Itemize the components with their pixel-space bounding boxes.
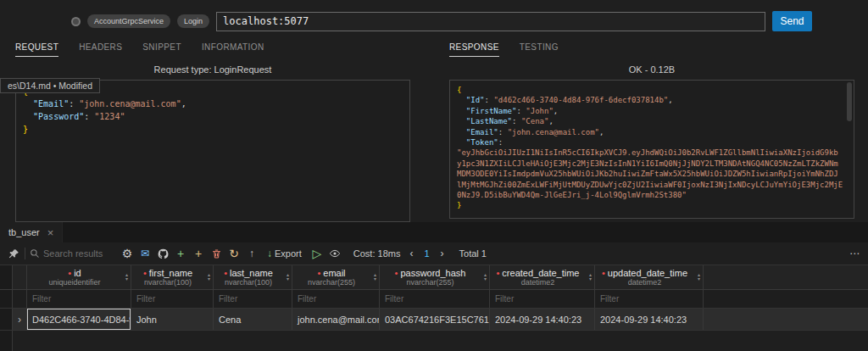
row-expander-icon[interactable]: › — [13, 309, 27, 330]
sort-desc-icon: ▾ — [589, 277, 592, 281]
request-toolbar: AccountGrpcService Login Send — [0, 10, 868, 32]
add-column-icon[interactable]: + — [192, 247, 205, 260]
refresh-icon[interactable]: ↻ — [227, 247, 241, 260]
cell-first_name[interactable]: John — [131, 309, 214, 330]
next-page-icon[interactable]: › — [436, 247, 449, 260]
filter-input-first_name[interactable] — [136, 294, 208, 304]
required-dot-icon: • — [143, 269, 147, 278]
tab-snippet[interactable]: SNIPPET — [142, 42, 181, 57]
column-header-id[interactable]: •iduniqueidentifier▴▾ — [27, 265, 131, 289]
header-filler — [704, 265, 868, 289]
cell-updated_date_time[interactable]: 2024-09-29 14:40:23 — [595, 309, 704, 330]
required-dot-icon: • — [317, 269, 320, 278]
column-type-label: uniqueidentifier — [48, 278, 100, 287]
delete-row-icon[interactable] — [209, 247, 223, 260]
column-header-created_date_time[interactable]: •created_date_timedatetime2▴▾ — [490, 265, 595, 289]
close-icon[interactable]: × — [47, 227, 54, 238]
connection-status-dot — [71, 17, 81, 26]
github-icon[interactable] — [156, 247, 170, 260]
toolbar-divider — [25, 248, 25, 259]
add-row-icon[interactable]: + — [174, 247, 187, 260]
row-filler — [704, 309, 868, 330]
required-dot-icon: • — [68, 269, 71, 278]
sort-desc-icon: ▾ — [287, 277, 289, 281]
search-input[interactable] — [43, 248, 114, 259]
service-badge[interactable]: AccountGrpcService — [87, 14, 170, 28]
cell-password_hash[interactable]: 03AC674216F3E15C761EE1 — [380, 309, 490, 330]
column-type-label: nvarchar(255) — [308, 278, 355, 287]
tab-information[interactable]: INFORMATION — [202, 42, 264, 57]
tab-request[interactable]: REQUEST — [15, 42, 58, 57]
sort-arrows-icon[interactable]: ▴▾ — [287, 273, 289, 281]
tab-headers[interactable]: HEADERS — [79, 42, 122, 57]
code-line: "LastName": "Cena", — [457, 116, 847, 126]
column-header-first_name[interactable]: •first_namenvarchar(100)▴▾ — [131, 265, 214, 289]
column-name: •password_hash — [395, 268, 466, 278]
cell-created_date_time[interactable]: 2024-09-29 14:40:23 — [490, 309, 595, 330]
response-viewer[interactable]: { "Id": "d462c466-3740-4d84-976f-6decf03… — [449, 80, 854, 219]
sort-desc-icon: ▾ — [374, 277, 376, 281]
column-type-label: datetime2 — [628, 278, 662, 287]
arrow-up-icon[interactable]: ↑ — [245, 247, 259, 260]
method-badge[interactable]: Login — [177, 14, 209, 28]
column-header-last_name[interactable]: •last_namenvarchar(100)▴▾ — [214, 265, 292, 289]
cell-id[interactable]: D462C466-3740-4D84-976F — [27, 309, 131, 330]
code-line: "Id": "d462c466-3740-4d84-976f-6decf0378… — [457, 95, 847, 105]
scrollbar-thumb[interactable] — [847, 82, 852, 121]
sort-arrows-icon[interactable]: ▴▾ — [698, 273, 700, 281]
page-number[interactable]: 1 — [422, 248, 431, 259]
prev-page-icon[interactable]: ‹ — [404, 247, 418, 260]
sort-arrows-icon[interactable]: ▴▾ — [589, 273, 592, 281]
filter-input-email[interactable] — [298, 294, 374, 304]
filter-input-id[interactable] — [32, 294, 125, 304]
column-type-label: nvarchar(100) — [225, 278, 272, 287]
filter-input-created_date_time[interactable] — [495, 294, 589, 304]
filter-cell-created_date_time — [490, 290, 595, 308]
sort-arrows-icon[interactable]: ▴▾ — [374, 273, 376, 281]
more-icon[interactable]: ⋯ — [848, 247, 861, 260]
filter-input-password_hash[interactable] — [385, 294, 484, 304]
tab-response[interactable]: RESPONSE — [449, 42, 499, 57]
table-data-row: ›D462C466-3740-4D84-976FJohnCenajohn.cen… — [0, 309, 868, 331]
run-icon[interactable]: ▷ — [310, 247, 324, 260]
column-header-password_hash[interactable]: •password_hashnvarchar(255)▴▾ — [380, 265, 490, 289]
cell-email[interactable]: john.cena@mail.com — [292, 309, 380, 330]
request-editor[interactable]: { "Email": "john.cena@mail.com", "Passwo… — [15, 80, 410, 222]
column-header-updated_date_time[interactable]: •updated_date_timedatetime2▴▾ — [595, 265, 704, 289]
search-icon — [30, 248, 40, 259]
filter-expander — [13, 290, 27, 308]
code-line: MDM3ODE0YiIsImdpdmVuX25hbWUiOiJKb2huIiwi… — [457, 169, 847, 179]
search-box — [30, 248, 116, 259]
column-header-email[interactable]: •emailnvarchar(255)▴▾ — [292, 265, 380, 289]
sort-arrows-icon[interactable]: ▴▾ — [125, 273, 128, 281]
filter-cell-first_name — [131, 290, 214, 308]
filter-cell-email — [292, 290, 380, 308]
table-header-row: •iduniqueidentifier▴▾•first_namenvarchar… — [0, 265, 868, 290]
expander-header — [13, 265, 27, 289]
export-button[interactable]: ↓ Export — [267, 248, 302, 259]
filter-input-updated_date_time[interactable] — [600, 294, 698, 304]
sort-arrows-icon[interactable]: ▴▾ — [484, 273, 487, 281]
code-line: "eyJhbGciOiJIUzI1NiIsInR5cCI6IkpXVCJ9.ey… — [457, 148, 847, 158]
filter-input-last_name[interactable] — [219, 294, 287, 304]
column-name-label: updated_date_time — [608, 268, 687, 278]
eye-icon[interactable] — [328, 247, 342, 260]
db-tab-tb-user[interactable]: tb_user × — [0, 222, 63, 242]
column-type-label: nvarchar(255) — [406, 278, 453, 287]
header-gutter — [0, 265, 13, 289]
pin-icon[interactable] — [7, 247, 20, 260]
tab-testing[interactable]: TESTING — [520, 42, 559, 57]
column-name-label: password_hash — [400, 268, 465, 278]
table-filter-row — [0, 290, 868, 309]
export-label: Export — [275, 248, 302, 259]
column-name-label: created_date_time — [502, 268, 579, 278]
download-icon: ↓ — [267, 248, 272, 259]
sort-arrows-icon[interactable]: ▴▾ — [208, 273, 210, 281]
url-input[interactable] — [216, 12, 765, 31]
required-dot-icon: • — [224, 269, 227, 278]
send-button[interactable]: Send — [772, 11, 812, 31]
cell-last_name[interactable]: Cena — [214, 309, 292, 330]
column-name: •id — [68, 268, 81, 278]
mail-icon[interactable]: ✉ — [138, 247, 152, 260]
gear-icon[interactable]: ⚙ — [120, 247, 134, 260]
